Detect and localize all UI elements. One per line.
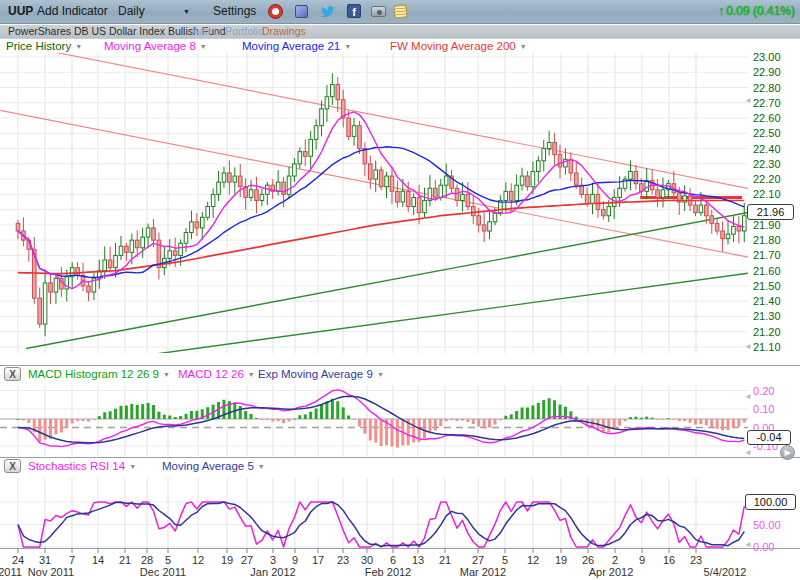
macd-axis-marker-icon[interactable]: ◄ xyxy=(744,448,752,457)
date-day-tick: 16 xyxy=(658,554,680,566)
symbol-info-bar: PowerShares DB US Dollar Index Bullish F… xyxy=(0,25,800,38)
price-axis-tick: 22.30 xyxy=(753,158,781,170)
price-axis-tick: 22.20 xyxy=(753,173,781,185)
date-day-tick: 12 xyxy=(522,554,544,566)
macd-axis-tick: 0.10 xyxy=(753,403,774,415)
date-day-tick: 27 xyxy=(236,554,258,566)
date-month-tick: Dec 2011 xyxy=(135,566,191,578)
date-day-tick: 13 xyxy=(407,554,429,566)
date-day-tick: 5 xyxy=(157,554,179,566)
date-day-tick: 30 xyxy=(356,554,378,566)
trendline-upper-rising-channel xyxy=(26,211,755,348)
price-history-dropdown[interactable]: Price History▼ xyxy=(6,40,82,52)
date-day-tick: 23 xyxy=(685,554,707,566)
camera-icon[interactable] xyxy=(371,6,386,17)
chart-canvas xyxy=(0,0,800,580)
chevron-down-icon[interactable]: ▼ xyxy=(183,8,190,15)
date-day-tick: 26 xyxy=(577,554,599,566)
macd-ema-dropdown[interactable]: Exp Moving Average 9▼ xyxy=(258,368,384,380)
settings-button[interactable]: Settings xyxy=(213,4,256,18)
chevron-down-icon: ▼ xyxy=(377,371,384,378)
date-day-tick: 23 xyxy=(332,554,354,566)
date-month-tick: Mar 2012 xyxy=(455,566,511,578)
price-axis-tick: 21.10 xyxy=(753,341,781,353)
stoch-axis-tick: 0.00 xyxy=(753,541,774,553)
chevron-down-icon: ▼ xyxy=(344,43,351,50)
date-month-tick: Feb 2012 xyxy=(360,566,416,578)
chevron-down-icon: ▼ xyxy=(75,43,82,50)
stoch-axis-marker-icon[interactable]: ◄ xyxy=(744,540,752,549)
date-day-tick: 5 xyxy=(494,554,516,566)
current-macd-box: -0.04 xyxy=(747,430,791,445)
date-day-tick: 19 xyxy=(550,554,572,566)
ma8-dropdown[interactable]: Moving Average 8▼ xyxy=(104,40,207,52)
date-day-tick: 9 xyxy=(631,554,653,566)
change-value: 0.09 (0.41%) xyxy=(726,4,795,18)
camera-lens xyxy=(377,10,382,15)
chevron-down-icon: ▼ xyxy=(163,371,170,378)
alarm-clock-icon[interactable] xyxy=(268,4,283,19)
alarm-face xyxy=(272,8,279,15)
macd-axis-marker-icon[interactable]: ◄ xyxy=(744,392,752,401)
price-axis-tick: 22.90 xyxy=(753,66,781,78)
scroll-right-button[interactable]: ▶ xyxy=(780,445,795,460)
date-month-tick: 5/4/2012 xyxy=(697,566,753,578)
add-indicator-button[interactable]: Add Indicator xyxy=(37,4,108,18)
main-toolbar: UUP Add Indicator Daily ▼ Settings f ↑0.… xyxy=(0,0,800,24)
price-panel-header: Price History▼ Moving Average 8▼ Moving … xyxy=(0,39,748,53)
stock-charting-app: UUP Add Indicator Daily ▼ Settings f ↑0.… xyxy=(0,0,800,580)
date-day-tick: 7 xyxy=(61,554,83,566)
date-day-tick: 3 xyxy=(262,554,284,566)
symbol-ticker[interactable]: UUP xyxy=(8,4,33,18)
close-macd-panel-button[interactable]: X xyxy=(4,367,21,381)
date-day-tick: 21 xyxy=(114,554,136,566)
price-axis-tick: 21.90 xyxy=(753,219,781,231)
date-day-tick: 28 xyxy=(136,554,158,566)
price-axis-tick: 21.60 xyxy=(753,265,781,277)
macd-line-dropdown[interactable]: MACD 12 26▼ xyxy=(178,368,255,380)
date-day-tick: 6 xyxy=(382,554,404,566)
stoch-ma-dropdown[interactable]: Moving Average 5▼ xyxy=(162,460,265,472)
date-day-tick: 27 xyxy=(467,554,489,566)
date-day-tick: 14 xyxy=(87,554,109,566)
price-axis-tick: 22.50 xyxy=(753,127,781,139)
price-axis-tick: 22.70 xyxy=(753,97,781,109)
current-stoch-box: 100.00 xyxy=(745,494,796,510)
date-day-tick: 17 xyxy=(307,554,329,566)
date-day-tick: 9 xyxy=(284,554,306,566)
up-arrow-icon: ↑ xyxy=(718,4,724,18)
price-axis-tick: 21.40 xyxy=(753,295,781,307)
add-to-portfolio-link[interactable]: Add to Portfolio xyxy=(192,25,264,37)
facebook-icon[interactable]: f xyxy=(347,4,361,18)
price-axis-tick: 21.20 xyxy=(753,326,781,338)
ma21-dropdown[interactable]: Moving Average 21▼ xyxy=(242,40,351,52)
cube-icon[interactable] xyxy=(295,5,308,18)
date-day-tick: 21 xyxy=(434,554,456,566)
drawings-menu[interactable]: Drawings xyxy=(262,25,306,37)
ma200-dropdown[interactable]: FW Moving Average 200▼ xyxy=(390,40,527,52)
price-change-readout: ↑0.09 (0.41%) xyxy=(718,4,795,18)
chevron-down-icon: ▼ xyxy=(258,463,265,470)
close-stoch-panel-button[interactable]: X xyxy=(4,459,21,473)
chevron-down-icon: ▼ xyxy=(200,43,207,50)
chevron-down-icon: ▼ xyxy=(129,463,136,470)
stoch-panel-header: X Stochastics RSI 14▼ Moving Average 5▼ xyxy=(0,459,748,477)
stoch-axis-tick: 50.00 xyxy=(753,519,781,531)
date-day-tick: 24 xyxy=(7,554,29,566)
current-price-box: 21.96 xyxy=(747,204,794,220)
price-axis-tick: 23.00 xyxy=(753,51,781,63)
main-axis-marker-icon[interactable]: ◄ xyxy=(744,342,752,351)
macd-histogram-dropdown[interactable]: MACD Histogram 12 26 9▼ xyxy=(28,368,170,380)
sticky-note-icon[interactable] xyxy=(393,4,407,18)
date-month-tick: Apr 2012 xyxy=(583,566,639,578)
trendline-upper-falling-channel xyxy=(56,52,755,189)
date-month-tick: Nov 2011 xyxy=(23,566,79,578)
price-axis-tick: 21.30 xyxy=(753,310,781,322)
main-axis-marker-icon[interactable]: ◄ xyxy=(744,96,752,105)
price-axis-tick: 22.10 xyxy=(753,188,781,200)
twitter-icon[interactable] xyxy=(321,5,336,20)
stoch-rsi-dropdown[interactable]: Stochastics RSI 14▼ xyxy=(28,460,136,472)
timeframe-dropdown[interactable]: Daily xyxy=(118,4,145,18)
date-day-tick: 19 xyxy=(216,554,238,566)
candlesticks xyxy=(16,73,746,336)
